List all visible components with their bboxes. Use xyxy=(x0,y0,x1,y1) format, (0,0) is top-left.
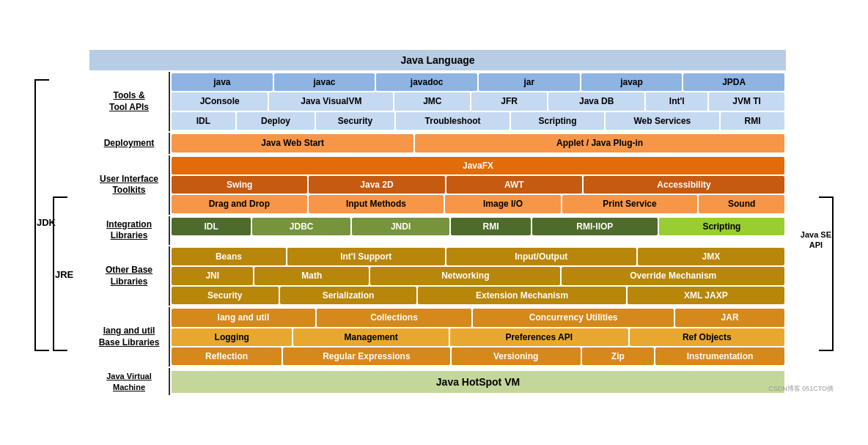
cell-jpda: JPDA xyxy=(683,73,784,91)
tools-section: Tools &Tool APIs java javac javadoc jar … xyxy=(89,72,786,131)
ui-toolkits-label: User InterfaceToolkits xyxy=(89,155,170,215)
cell-jndi: JNDI xyxy=(352,218,449,235)
cell-rmi-int: RMI xyxy=(451,218,530,235)
cell-inputmethods: Input Methods xyxy=(309,195,444,213)
cell-math: Math xyxy=(254,267,369,284)
cell-idl-int: IDL xyxy=(172,218,251,235)
cell-jfr: JFR xyxy=(471,92,547,110)
java-language-header: Java Language xyxy=(89,50,786,70)
cell-jar: jar xyxy=(479,73,580,91)
integration-content: IDL JDBC JNDI RMI RMI-IIOP Scripting xyxy=(170,216,786,245)
cell-jmx: JMX xyxy=(638,248,784,265)
lang-row1: lang and util Collections Concurrency Ut… xyxy=(172,309,784,326)
cell-scripting-int: Scripting xyxy=(659,218,784,235)
cell-webservices: Web Services xyxy=(606,112,720,130)
cell-imageio: Image I/O xyxy=(445,195,560,213)
integration-section: IntegrationLibraries IDL JDBC JNDI RMI R… xyxy=(89,216,786,245)
ui-row2: Drag and Drop Input Methods Image I/O Pr… xyxy=(172,195,784,213)
cell-jmc: JMC xyxy=(394,92,470,110)
cell-xmljaxp: XML JAXP xyxy=(628,287,784,304)
cell-override: Override Mechanism xyxy=(562,267,784,284)
left-labels: JDK JRE xyxy=(31,50,89,395)
cell-javadb: Java DB xyxy=(548,92,644,110)
cell-serialization: Serialization xyxy=(280,287,417,304)
deployment-section: Deployment Java Web Start Applet / Java … xyxy=(89,133,786,153)
right-labels: Java SEAPI xyxy=(786,50,837,395)
cell-extension: Extension Mechanism xyxy=(418,287,625,304)
cell-draganddrop: Drag and Drop xyxy=(172,195,307,213)
lang-row2: Logging Management Preferences API Ref O… xyxy=(172,328,784,346)
cell-swing: Swing xyxy=(172,176,307,194)
cell-scripting-tools: Scripting xyxy=(511,112,603,130)
cell-sound: Sound xyxy=(699,195,784,213)
cell-troubleshoot: Troubleshoot xyxy=(396,112,510,130)
cell-javafx: JavaFX xyxy=(172,157,784,174)
cell-zip: Zip xyxy=(582,347,654,365)
cell-logging: Logging xyxy=(172,328,292,346)
base-libraries-label: Other BaseLibraries xyxy=(89,246,170,306)
cell-regex: Regular Expressions xyxy=(283,347,450,365)
cell-jar: JAR xyxy=(675,309,784,326)
lang-content: lang and util Collections Concurrency Ut… xyxy=(170,307,786,367)
ui-row1: Swing Java 2D AWT Accessibility xyxy=(172,176,784,194)
java-se-bracket xyxy=(819,196,834,351)
base-libraries-section: Other BaseLibraries Beans Int'l Support … xyxy=(89,246,786,306)
javafx-row: JavaFX xyxy=(172,157,784,174)
cell-accessibility: Accessibility xyxy=(584,176,784,194)
deployment-content: Java Web Start Applet / Java Plug-in xyxy=(170,133,786,153)
cell-javawebstart: Java Web Start xyxy=(172,134,413,152)
diagram-container: JDK JRE Java Language Tools &Tool APIs j… xyxy=(31,50,837,395)
cell-awt: AWT xyxy=(446,176,582,194)
cell-jvmti: JVM TI xyxy=(709,92,784,110)
base-row1: Beans Int'l Support Input/Output JMX xyxy=(172,248,784,265)
tools-row1: java javac javadoc jar javap JPDA xyxy=(172,73,784,91)
jdk-label: JDK xyxy=(37,217,56,228)
integration-row: IDL JDBC JNDI RMI RMI-IIOP Scripting xyxy=(172,218,784,235)
cell-jconsole: JConsole xyxy=(172,92,268,110)
jdk-bracket xyxy=(34,79,49,351)
cell-networking: Networking xyxy=(370,267,560,284)
ui-toolkits-section: User InterfaceToolkits JavaFX Swing Java… xyxy=(89,155,786,215)
base-content: Beans Int'l Support Input/Output JMX JNI… xyxy=(170,246,786,306)
cell-security: Security xyxy=(172,287,279,304)
cell-reflection: Reflection xyxy=(172,347,282,365)
cell-preferences: Preferences API xyxy=(450,328,628,346)
watermark: CSDN博客 051CTO摘 xyxy=(768,384,834,394)
cell-jvm: Java HotSpot VM xyxy=(172,371,784,393)
deployment-row: Java Web Start Applet / Java Plug-in xyxy=(172,134,784,152)
cell-concurrency: Concurrency Utilities xyxy=(473,309,674,326)
cell-deploy: Deploy xyxy=(237,112,315,130)
cell-collections: Collections xyxy=(317,309,471,326)
cell-versioning: Versioning xyxy=(452,347,581,365)
jvm-section: Java Virtual Machine Java HotSpot VM xyxy=(89,368,786,395)
cell-langutil: lang and util xyxy=(172,309,315,326)
cell-printservice: Print Service xyxy=(562,195,698,213)
cell-jvisualvm: Java VisualVM xyxy=(269,92,393,110)
tools-row2: JConsole Java VisualVM JMC JFR Java DB I… xyxy=(172,92,784,110)
integration-label: IntegrationLibraries xyxy=(89,216,170,245)
cell-security-tools: Security xyxy=(316,112,394,130)
cell-intl: Int'l xyxy=(646,92,707,110)
jvm-label: Java Virtual Machine xyxy=(89,368,170,395)
cell-management: Management xyxy=(293,328,448,346)
deployment-label: Deployment xyxy=(89,133,170,153)
cell-rmi-iiop: RMI-IIOP xyxy=(532,218,658,235)
cell-idl: IDL xyxy=(172,112,235,130)
cell-javac: javac xyxy=(274,73,375,91)
cell-inputoutput: Input/Output xyxy=(446,248,636,265)
cell-jni: JNI xyxy=(172,267,253,284)
tools-label: Tools &Tool APIs xyxy=(89,72,170,131)
cell-java2d: Java 2D xyxy=(309,176,444,194)
java-se-label: Java SEAPI xyxy=(801,229,831,251)
base-row2: JNI Math Networking Override Mechanism xyxy=(172,267,784,284)
lang-util-label: lang and utilBase Libraries xyxy=(89,307,170,367)
cell-beans: Beans xyxy=(172,248,286,265)
cell-refobjects: Ref Objects xyxy=(630,328,784,346)
cell-javadoc: javadoc xyxy=(376,73,477,91)
jre-label: JRE xyxy=(55,269,73,280)
cell-rmi-tools: RMI xyxy=(721,112,784,130)
cell-applet: Applet / Java Plug-in xyxy=(415,134,784,152)
jvm-content-area: Java HotSpot VM xyxy=(170,368,786,395)
cell-instrumentation: Instrumentation xyxy=(655,347,784,365)
base-row3: Security Serialization Extension Mechani… xyxy=(172,287,784,304)
